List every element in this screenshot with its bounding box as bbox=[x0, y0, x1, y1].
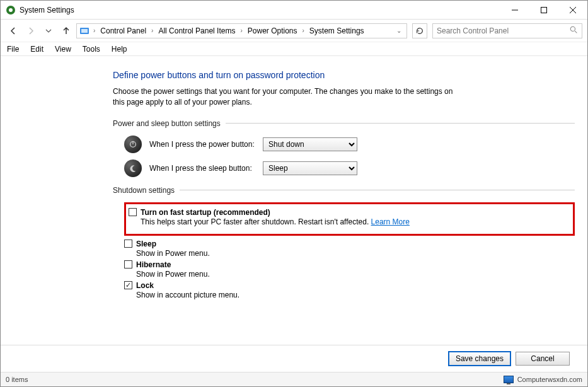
checkbox-label: Turn on fast startup (recommended) bbox=[141, 208, 270, 217]
highlight-annotation: Turn on fast startup (recommended) This … bbox=[124, 202, 575, 236]
refresh-button[interactable] bbox=[412, 23, 427, 38]
checkbox-label: Sleep bbox=[136, 240, 156, 248]
cancel-button[interactable]: Cancel bbox=[516, 352, 570, 366]
content-area: Define power buttons and turn on passwor… bbox=[1, 56, 587, 345]
checkbox-label: Hibernate bbox=[136, 260, 171, 269]
sleep-icon bbox=[124, 159, 142, 177]
close-button[interactable] bbox=[558, 1, 587, 20]
checkbox-description: Show in Power menu. bbox=[136, 249, 575, 258]
checkbox-hibernate[interactable] bbox=[124, 260, 132, 269]
checkbox-sleep[interactable] bbox=[124, 240, 132, 248]
status-watermark: Computerwsxdn.com bbox=[517, 376, 582, 383]
search-icon[interactable] bbox=[570, 26, 578, 36]
divider bbox=[226, 123, 575, 124]
power-icon bbox=[124, 136, 142, 153]
checkbox-row-fast-startup: Turn on fast startup (recommended) This … bbox=[129, 208, 568, 226]
breadcrumb-item[interactable]: Control Panel bbox=[99, 26, 147, 35]
svg-point-8 bbox=[570, 26, 575, 31]
forward-button[interactable] bbox=[23, 23, 38, 38]
section-heading-shutdown: Shutdown settings bbox=[113, 186, 575, 195]
svg-line-9 bbox=[575, 31, 577, 33]
learn-more-link[interactable]: Learn More bbox=[371, 217, 410, 226]
checkbox-lock[interactable] bbox=[124, 281, 132, 289]
menu-tools[interactable]: Tools bbox=[83, 45, 100, 54]
control-panel-icon bbox=[79, 26, 89, 36]
app-icon bbox=[6, 5, 16, 15]
svg-rect-3 bbox=[541, 7, 547, 13]
status-item-count: 0 items bbox=[6, 376, 28, 383]
monitor-icon bbox=[504, 376, 514, 383]
menu-bar: File Edit View Tools Help bbox=[1, 42, 587, 56]
svg-point-1 bbox=[9, 8, 13, 12]
checkbox-row-sleep: Sleep Show in Power menu. bbox=[124, 240, 575, 258]
shutdown-settings-list: Turn on fast startup (recommended) This … bbox=[113, 202, 575, 299]
save-changes-button[interactable]: Save changes bbox=[449, 352, 510, 366]
checkbox-row-lock: Lock Show in account picture menu. bbox=[124, 281, 575, 299]
search-input[interactable] bbox=[437, 26, 570, 35]
power-button-label: When I press the power button: bbox=[149, 140, 255, 149]
breadcrumb-item[interactable]: Power Options bbox=[246, 26, 299, 35]
window-title: System Settings bbox=[20, 6, 74, 14]
minimize-button[interactable] bbox=[500, 1, 529, 20]
menu-view[interactable]: View bbox=[55, 45, 71, 54]
status-bar: 0 items Computerwsxdn.com bbox=[1, 373, 587, 386]
checkbox-description: Show in account picture menu. bbox=[136, 291, 575, 299]
chevron-right-icon[interactable]: › bbox=[301, 27, 306, 34]
divider bbox=[180, 190, 575, 190]
recent-dropdown[interactable] bbox=[41, 23, 56, 38]
checkbox-row-hibernate: Hibernate Show in Power menu. bbox=[124, 260, 575, 279]
menu-help[interactable]: Help bbox=[112, 45, 127, 54]
up-button[interactable] bbox=[59, 23, 74, 38]
checkbox-label: Lock bbox=[136, 281, 154, 290]
checkbox-fast-startup[interactable] bbox=[129, 208, 137, 216]
sleep-button-label: When I press the sleep button: bbox=[149, 164, 255, 173]
menu-edit[interactable]: Edit bbox=[30, 45, 43, 54]
section-heading-buttons: Power and sleep button settings bbox=[113, 119, 575, 128]
svg-rect-7 bbox=[81, 29, 88, 33]
checkbox-description: Show in Power menu. bbox=[136, 270, 575, 279]
menu-file[interactable]: File bbox=[7, 45, 19, 54]
chevron-right-icon[interactable]: › bbox=[239, 27, 243, 34]
power-button-row: When I press the power button: Shut down bbox=[113, 136, 575, 153]
chevron-right-icon[interactable]: › bbox=[92, 27, 96, 34]
power-button-select[interactable]: Shut down bbox=[263, 137, 357, 151]
breadcrumb-dropdown-icon[interactable]: ⌄ bbox=[396, 27, 404, 34]
breadcrumb[interactable]: › Control Panel › All Control Panel Item… bbox=[76, 23, 407, 38]
page-description: Choose the power settings that you want … bbox=[113, 86, 466, 108]
sleep-button-row: When I press the sleep button: Sleep bbox=[113, 159, 575, 177]
titlebar: System Settings bbox=[1, 1, 587, 20]
chevron-right-icon[interactable]: › bbox=[150, 27, 154, 34]
action-bar: Save changes Cancel bbox=[1, 345, 587, 373]
checkbox-description: This helps start your PC faster after sh… bbox=[141, 217, 568, 226]
search-box[interactable] bbox=[432, 23, 582, 38]
page-title: Define power buttons and turn on passwor… bbox=[113, 70, 575, 80]
section-heading-label: Power and sleep button settings bbox=[113, 119, 221, 128]
breadcrumb-item[interactable]: All Control Panel Items bbox=[157, 26, 236, 35]
section-heading-label: Shutdown settings bbox=[113, 186, 175, 195]
breadcrumb-item[interactable]: System Settings bbox=[308, 26, 366, 35]
sleep-button-select[interactable]: Sleep bbox=[263, 161, 357, 175]
back-button[interactable] bbox=[6, 23, 21, 38]
nav-row: › Control Panel › All Control Panel Item… bbox=[1, 20, 587, 42]
maximize-button[interactable] bbox=[529, 1, 558, 20]
